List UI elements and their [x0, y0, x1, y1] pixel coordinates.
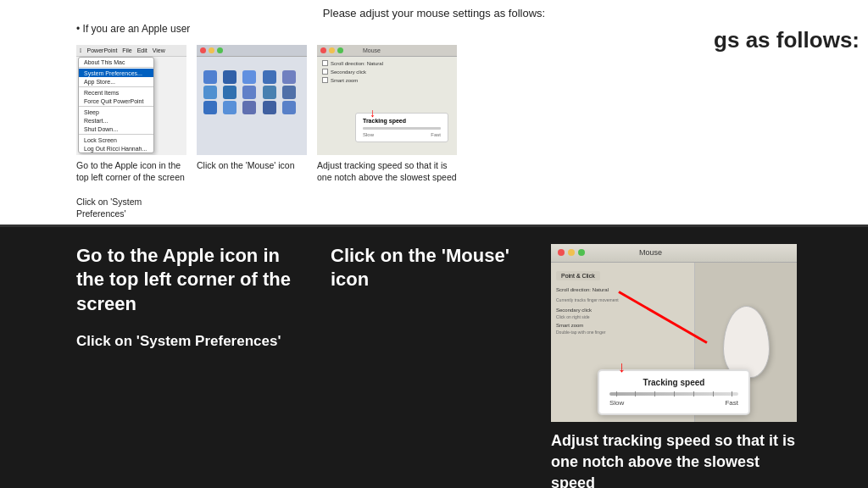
finder-grid [197, 64, 307, 121]
maximize-btn [578, 249, 585, 256]
finder-block: Click on the 'Mouse' icon [197, 45, 307, 171]
slider-labels: Slow Fast [609, 399, 738, 407]
instruction-system-prefs: Click on 'System Preferences' [76, 332, 305, 351]
apple-menu-block:  PowerPoint File Edit View About This M… [76, 45, 186, 219]
bottom-section: Go to the Apple icon in the top left cor… [0, 227, 868, 488]
left-text-col: Go to the Apple icon in the top left cor… [76, 244, 305, 366]
tracking-overlay: ↓ Tracking speed Slow Fast [598, 369, 750, 415]
apple-menu-screenshot:  PowerPoint File Edit View About This M… [76, 45, 186, 155]
apple-user-bullet: • If you are an Apple user [76, 23, 792, 35]
menu-bar-sim:  PowerPoint File Edit View [76, 45, 186, 57]
tracking-overlay-title: Tracking speed [609, 378, 738, 387]
apple-menu-caption: Go to the Apple icon in the top left cor… [76, 159, 186, 219]
arrow-indicator: ↓ [618, 359, 626, 374]
tracking-block: Mouse Scroll direction: Natural Secondar… [317, 45, 457, 183]
mouse-settings-screenshot: Mouse Point & Click Scroll direction: Na… [551, 244, 797, 422]
minimize-btn [568, 249, 575, 256]
tracking-screenshot: Mouse Scroll direction: Natural Secondar… [317, 45, 457, 155]
main-title: Please adjust your mouse settings as fol… [76, 7, 792, 19]
finder-screenshot [197, 45, 307, 155]
middle-caption: Click on the 'Mouse' icon [331, 244, 526, 292]
large-caption: Adjust tracking speed so that it is one … [551, 430, 797, 488]
menu-dropdown: About This Mac System Preferences... App… [78, 57, 154, 153]
middle-col: Click on the 'Mouse' icon [331, 244, 526, 305]
instruction-apple-icon: Go to the Apple icon in the top left cor… [76, 244, 305, 317]
window-title: Mouse [639, 248, 662, 257]
arrow-red-small: ↓ [370, 106, 376, 119]
right-col: Mouse Point & Click Scroll direction: Na… [551, 244, 843, 488]
screenshots-row:  PowerPoint File Edit View About This M… [0, 40, 868, 225]
finder-caption: Click on the 'Mouse' icon [197, 159, 294, 171]
slider-track [609, 392, 738, 396]
tracking-inner-small: ↓ Tracking speed SlowFast [355, 113, 448, 142]
partial-title: gs as follows: [714, 27, 860, 53]
mouse-win-header: Mouse [551, 244, 797, 263]
tracking-caption: Adjust tracking speed so that it is one … [317, 159, 457, 183]
close-btn [558, 249, 565, 256]
